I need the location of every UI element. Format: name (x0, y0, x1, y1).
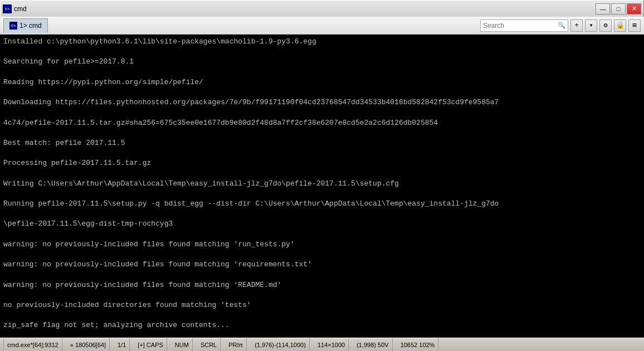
grid-button[interactable]: ⊞ (628, 20, 641, 32)
terminal-line: \pefile-2017.11.5\egg-dist-tmp-rochcyg3 (3, 219, 641, 229)
terminal-output: Installed c:\python\python3.6.1\lib\site… (0, 35, 644, 338)
status-bar: cmd.exe*[64]:9312 « 180506[64] 1/1 [+] C… (0, 338, 644, 351)
search-icon[interactable]: 🔍 (558, 22, 565, 29)
lock-button[interactable]: 🔒 (614, 20, 626, 32)
toolbar-right: 🔍 + ▾ ⚙ 🔒 ⊞ (480, 20, 641, 32)
terminal-line: Downloading https://files.pythonhosted.o… (3, 98, 641, 108)
terminal-line: zip_safe flag not set; analyzing archive… (3, 320, 641, 330)
status-num: NUM (172, 338, 193, 351)
settings-button[interactable]: ⚙ (599, 20, 612, 32)
terminal-line: Running pefile-2017.11.5\setup.py -q bdi… (3, 199, 641, 209)
title-bar-left: C:\ cmd (3, 4, 27, 13)
status-process: cmd.exe*[64]:9312 (3, 338, 62, 351)
search-box[interactable]: 🔍 (480, 20, 568, 32)
status-coords: (1,976)-(114,1000) (251, 338, 310, 351)
search-input[interactable] (483, 22, 555, 30)
terminal-line: Searching for pefile>=2017.8.1 (3, 57, 641, 67)
terminal-line: Best match: pefile 2017.11.5 (3, 138, 641, 148)
cmd-tab[interactable]: C:\ 1> cmd (3, 18, 48, 33)
terminal-line: Reading https://pypi.python.org/simple/p… (3, 77, 641, 87)
status-size: 114×1000 (314, 338, 349, 351)
status-buffer: « 180506[64] (67, 338, 110, 351)
status-position: 1/1 (114, 338, 130, 351)
window-controls: — □ ✕ (596, 3, 641, 14)
terminal-line: warning: no previously-included files fo… (3, 260, 641, 270)
minimize-button[interactable]: — (596, 3, 610, 14)
toolbar: C:\ 1> cmd 🔍 + ▾ ⚙ 🔒 ⊞ (0, 17, 644, 35)
terminal-line: Installed c:\python\python3.6.1\lib\site… (3, 37, 641, 47)
dropdown-group: ▾ (585, 20, 597, 32)
status-extra: (1,998) 50V (353, 338, 392, 351)
dropdown-button[interactable]: ▾ (585, 20, 597, 32)
terminal-line: 4c74/pefile-2017.11.5.tar.gz#sha256=675c… (3, 118, 641, 128)
tab-title: 1> cmd (19, 22, 42, 30)
tab-cmd-icon: C:\ (9, 22, 17, 30)
terminal-line: Writing C:\Users\Arthur\AppData\Local\Te… (3, 179, 641, 189)
terminal-line: Processing pefile-2017.11.5.tar.gz (3, 158, 641, 168)
cmd-icon: C:\ (3, 4, 12, 13)
status-pri: PRIπ (225, 338, 247, 351)
close-button[interactable]: ✕ (627, 3, 641, 14)
status-zoom: 10652 102% (397, 338, 439, 351)
window-title: cmd (14, 5, 27, 13)
maximize-button[interactable]: □ (611, 3, 626, 14)
status-caps: [+] CAPS (134, 338, 167, 351)
status-scrl: SCRL (197, 338, 221, 351)
terminal-line: warning: no previously-included files fo… (3, 280, 641, 290)
title-bar: C:\ cmd — □ ✕ (0, 0, 644, 17)
terminal-line: warning: no previously-included files fo… (3, 240, 641, 250)
terminal-line: no previously-included directories found… (3, 300, 641, 310)
add-tab-button[interactable]: + (570, 20, 583, 32)
